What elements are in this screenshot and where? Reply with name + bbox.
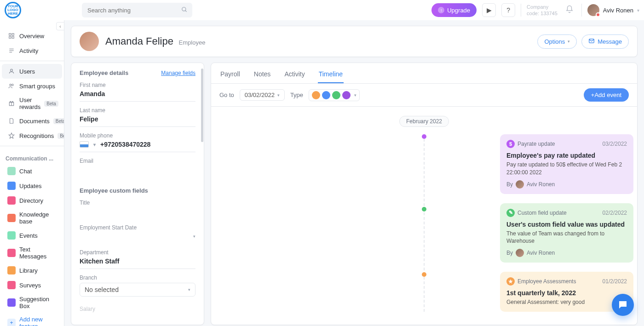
mobile-value[interactable]: ▾ +9720538470228	[80, 141, 196, 148]
svg-point-11	[12, 84, 13, 86]
users-icon	[7, 82, 16, 90]
sidebar-activity[interactable]: Activity	[2, 43, 62, 58]
timeline-card-custom-field[interactable]: ✎ Custom field update 02/2/2022 User's c…	[500, 203, 633, 263]
assessment-icon: ★	[506, 277, 515, 286]
play-button[interactable]: ▶	[482, 3, 496, 17]
email-label: Email	[80, 158, 196, 164]
beta-badge: Beta	[44, 101, 58, 107]
sidebar-surveys[interactable]: Surveys	[2, 278, 62, 292]
goto-date-select[interactable]: 03/02/2022▾	[240, 89, 285, 101]
sidebar-updates[interactable]: Updates	[2, 178, 62, 193]
type-label: Type	[290, 92, 303, 98]
custom-fields-heading: Employee custom fields	[80, 187, 196, 194]
sidebar-texts[interactable]: Text Messages	[2, 243, 62, 263]
help-fab[interactable]	[612, 294, 634, 316]
sidebar-chat[interactable]: Chat	[2, 164, 62, 178]
upgrade-button[interactable]: ↑ Upgrade	[431, 3, 477, 17]
sidebar: ‹ Overview Activity Users Smart groups U…	[0, 20, 64, 326]
sidebar-recognitions[interactable]: Recognitions Beta	[2, 128, 62, 143]
sidebar-collapse-button[interactable]: ‹	[56, 22, 64, 30]
search-icon	[181, 6, 188, 14]
divider	[521, 4, 521, 17]
options-button[interactable]: Options▾	[537, 34, 577, 49]
start-date-select[interactable]: ▾	[80, 233, 196, 240]
sidebar-overview[interactable]: Overview	[2, 29, 62, 43]
topbar: YOURLOGOHERE ↑ Upgrade ▶ ? Company code:…	[0, 0, 644, 20]
chevron-down-icon: ▾	[568, 39, 570, 44]
bell-icon[interactable]	[563, 5, 576, 15]
help-button[interactable]: ?	[501, 3, 515, 17]
flag-icon	[80, 141, 89, 148]
avatar	[516, 180, 524, 189]
company-code: Company code: 133745	[527, 4, 558, 17]
sidebar-smart-groups[interactable]: Smart groups	[2, 79, 62, 93]
scrollbar[interactable]	[200, 63, 204, 325]
divider	[581, 4, 582, 17]
sidebar-add-feature[interactable]: +Add new feature	[2, 313, 62, 326]
chat-icon	[7, 167, 16, 175]
first-name-value[interactable]: Amanda	[80, 90, 196, 97]
svg-rect-4	[9, 36, 11, 38]
event-desc: Pay rate updated to 50$ effective of Wed…	[506, 161, 627, 177]
event-title: User's custom field value was updated	[506, 221, 627, 228]
list-icon	[7, 46, 16, 55]
timeline-card-payrate[interactable]: $ Payrate update 03/2/2022 Employee's pa…	[500, 134, 633, 194]
search-input[interactable]	[86, 6, 181, 14]
last-name-value[interactable]: Felipe	[80, 115, 196, 123]
sidebar-section-communication: Communication ...	[0, 149, 64, 164]
search-box[interactable]	[82, 3, 192, 17]
mobile-label: Mobile phone	[80, 132, 196, 139]
type-filter[interactable]: ▾	[309, 89, 360, 101]
svg-rect-5	[12, 36, 14, 38]
svg-marker-14	[9, 133, 14, 138]
avatar	[587, 4, 599, 16]
user-menu[interactable]: Aviv Ronen ▾	[587, 4, 639, 16]
sidebar-directory[interactable]: Directory	[2, 193, 62, 208]
sidebar-user-rewards[interactable]: User rewards Beta	[2, 93, 62, 114]
timeline-filters: Go to 03/02/2022▾ Type ▾ +Add event	[211, 84, 637, 107]
surveys-icon	[7, 281, 16, 289]
tab-payroll[interactable]: Payroll	[219, 68, 241, 83]
envelope-icon	[588, 38, 595, 46]
title-value[interactable]	[80, 208, 196, 215]
add-event-button[interactable]: +Add event	[584, 88, 629, 102]
suggestion-icon	[7, 298, 16, 307]
svg-rect-3	[12, 34, 14, 35]
timeline-dot	[422, 207, 426, 212]
first-name-label: First name	[80, 82, 196, 88]
sidebar-knowledge[interactable]: Knowledge base	[2, 208, 62, 228]
branch-select[interactable]: No selected▾	[80, 283, 196, 297]
employee-details-panel: Employee details Manage fields First nam…	[71, 63, 204, 325]
svg-rect-2	[9, 34, 11, 35]
sidebar-users[interactable]: Users	[2, 64, 62, 79]
goto-label: Go to	[219, 92, 234, 98]
chevron-down-icon[interactable]: ▾	[93, 142, 96, 147]
customfield-icon: ✎	[506, 209, 515, 217]
tab-notes[interactable]: Notes	[253, 68, 272, 83]
event-date: 02/2/2022	[603, 210, 627, 216]
chevron-down-icon: ▾	[354, 93, 356, 97]
sidebar-documents[interactable]: Documents Beta	[2, 114, 62, 128]
chevron-down-icon: ▾	[188, 287, 190, 292]
timeline-body: February 2022 $ Payrate update 03/2/2022…	[211, 107, 637, 325]
tab-timeline[interactable]: Timeline	[318, 68, 344, 83]
email-value[interactable]	[80, 166, 196, 173]
sidebar-suggestion[interactable]: Suggestion Box	[2, 292, 62, 313]
profile-avatar	[80, 32, 99, 51]
sidebar-library[interactable]: Library	[2, 263, 62, 278]
sidebar-events[interactable]: Events	[2, 228, 62, 243]
profile-role: Employee	[179, 39, 206, 46]
event-title: Employee's pay rate updated	[506, 152, 627, 159]
chevron-down-icon: ▾	[637, 8, 639, 13]
timeline-month: February 2022	[399, 116, 449, 127]
tab-activity[interactable]: Activity	[283, 68, 305, 83]
title-label: Title	[80, 200, 196, 206]
svg-line-1	[185, 10, 187, 11]
upgrade-icon: ↑	[438, 7, 444, 13]
timeline-dot	[422, 134, 426, 139]
svg-point-9	[11, 69, 13, 71]
message-button[interactable]: Message	[581, 34, 629, 49]
department-value[interactable]: Kitchen Staff	[80, 257, 196, 265]
manage-fields-link[interactable]: Manage fields	[161, 70, 196, 76]
beta-badge: Beta	[58, 133, 64, 139]
